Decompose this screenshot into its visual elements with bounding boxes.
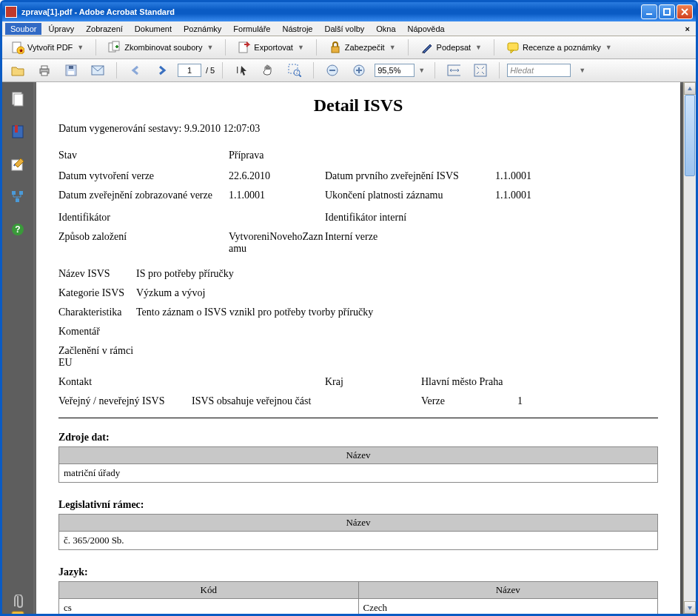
scroll-down-button[interactable]: [684, 601, 696, 614]
fit-page-button[interactable]: [469, 61, 491, 79]
envelope-icon: [91, 64, 104, 77]
svg-rect-12: [41, 72, 47, 76]
col-name: Název: [59, 447, 658, 464]
founding-label: Způsob založení: [58, 231, 229, 255]
menu-item-poznamky[interactable]: Poznámky: [178, 23, 226, 35]
eu-inclusion-label: Začlenění v rámci EU: [58, 345, 136, 369]
menu-item-soubor[interactable]: Soubor: [5, 23, 41, 35]
menu-item-zobrazeni[interactable]: Zobrazení: [81, 23, 128, 35]
scroll-thumb[interactable]: [685, 95, 695, 176]
export-button[interactable]: Exportovat ▼: [233, 38, 309, 56]
identifier-label: Identifikátor: [58, 212, 229, 224]
menu-item-dokument[interactable]: Dokument: [130, 23, 177, 35]
col-name: Název: [59, 515, 658, 532]
select-tool-button[interactable]: I: [230, 61, 252, 79]
identifier-internal-label: Identifikátor interní: [325, 212, 495, 224]
svg-rect-30: [15, 125, 18, 133]
category-value: Výzkum a vývoj: [136, 287, 205, 299]
export-icon: [238, 41, 251, 54]
open-button[interactable]: [7, 61, 29, 79]
hand-tool-button[interactable]: [257, 61, 279, 79]
founding-value: VytvoreniNovehoZaznamu: [229, 231, 325, 255]
search-dropdown-button[interactable]: ▼: [575, 64, 588, 76]
titlebar: zprava[1].pdf - Adobe Acrobat Standard: [2, 2, 696, 21]
bookmarks-panel-button[interactable]: [10, 124, 26, 140]
source-name: matriční úřady: [59, 464, 658, 483]
vertical-scrollbar[interactable]: [683, 82, 696, 614]
pages-panel-button[interactable]: [10, 91, 26, 107]
svg-rect-14: [68, 71, 74, 75]
svg-rect-34: [16, 198, 19, 202]
pub-shown-label: Datum zveřejnění zobrazované verze: [58, 190, 229, 201]
fit-page-icon: [474, 64, 487, 77]
menu-item-formulare[interactable]: Formuláře: [228, 23, 275, 35]
col-name: Název: [358, 582, 658, 599]
menu-item-dalsi-volby[interactable]: Další volby: [319, 23, 369, 35]
page-total-label: / 5: [206, 66, 215, 75]
attachments-panel-button[interactable]: [10, 595, 26, 609]
page-number-input[interactable]: [178, 64, 201, 77]
document-viewport[interactable]: Detail ISVS Datum vygenerování sestavy: …: [33, 82, 683, 614]
sign-button[interactable]: Podepsat ▼: [416, 38, 486, 56]
email-button[interactable]: [87, 61, 109, 79]
category-label: Kategorie ISVS: [58, 287, 136, 299]
svg-rect-18: [289, 64, 298, 73]
zoom-in-button[interactable]: [348, 61, 370, 79]
next-page-button[interactable]: [151, 61, 173, 79]
save-button[interactable]: [60, 61, 82, 79]
secure-button[interactable]: Zabezpečit ▼: [324, 38, 400, 56]
scroll-track[interactable]: [684, 95, 696, 601]
menu-item-napoveda[interactable]: Nápověda: [403, 23, 450, 35]
signatures-panel-button[interactable]: [10, 156, 26, 173]
scroll-up-button[interactable]: [684, 82, 696, 95]
svg-rect-8: [332, 47, 339, 53]
version-created-label: Datum vytvoření verze: [58, 170, 229, 182]
lang-name: Czech: [358, 599, 658, 615]
acrobat-app-icon: [5, 6, 17, 18]
review-label: Recenze a poznámky: [523, 43, 601, 52]
prev-page-button[interactable]: [124, 61, 147, 79]
review-button[interactable]: Recenze a poznámky ▼: [502, 38, 617, 56]
doc-close-button[interactable]: ×: [682, 24, 693, 33]
folder-open-icon: [11, 64, 24, 77]
create-pdf-button[interactable]: ★ Vytvořit PDF ▼: [7, 38, 88, 56]
svg-rect-26: [474, 64, 486, 76]
fit-width-button[interactable]: [443, 61, 465, 79]
menu-item-nastroje[interactable]: Nástroje: [277, 23, 318, 35]
print-button[interactable]: [33, 61, 56, 79]
svg-rect-21: [329, 70, 335, 71]
model-tree-panel-button[interactable]: [10, 189, 26, 205]
minimize-button[interactable]: [641, 4, 657, 19]
marquee-zoom-button[interactable]: [283, 61, 306, 79]
menu-item-okna[interactable]: Okna: [371, 23, 400, 35]
create-pdf-label: Vytvořit PDF: [27, 43, 73, 52]
language-heading: Jazyk:: [58, 566, 658, 578]
first-published-label: Datum prvního zveřejnění ISVS: [325, 170, 495, 182]
window-title: zprava[1].pdf - Adobe Acrobat Standard: [21, 7, 641, 16]
comment-icon: [506, 41, 520, 54]
comments-panel-button[interactable]: [10, 611, 26, 614]
svg-rect-15: [69, 66, 73, 69]
version-label: Verze: [421, 395, 517, 407]
zoom-value-input[interactable]: [375, 64, 415, 77]
close-button[interactable]: [677, 4, 693, 19]
table-row: č. 365/2000 Sb.: [59, 532, 658, 550]
zoom-dropdown-button[interactable]: ▼: [415, 64, 427, 76]
help-panel-button[interactable]: ?: [10, 221, 26, 238]
svg-text:★: ★: [19, 47, 24, 54]
language-table: Kód Název cs Czech: [58, 581, 658, 614]
plus-icon: [352, 64, 366, 77]
pdf-page: Detail ISVS Datum vygenerování sestavy: …: [36, 82, 680, 614]
search-input[interactable]: [507, 64, 571, 77]
menu-item-upravy[interactable]: Úpravy: [43, 23, 79, 35]
end-validity-label: Ukončení platnosti záznamu: [325, 190, 495, 201]
combine-files-button[interactable]: Zkombinovat soubory ▼: [104, 38, 218, 56]
table-row: matriční úřady: [59, 464, 658, 483]
version-created-value: 22.6.2010: [229, 170, 325, 182]
zoom-out-button[interactable]: [321, 61, 343, 79]
maximize-button[interactable]: [659, 4, 675, 19]
svg-rect-24: [358, 67, 360, 73]
arrow-right-icon: [155, 64, 169, 77]
end-validity-value: 1.1.0001: [495, 190, 562, 201]
generated-value: 9.9.2010 12:07:03: [184, 123, 260, 134]
